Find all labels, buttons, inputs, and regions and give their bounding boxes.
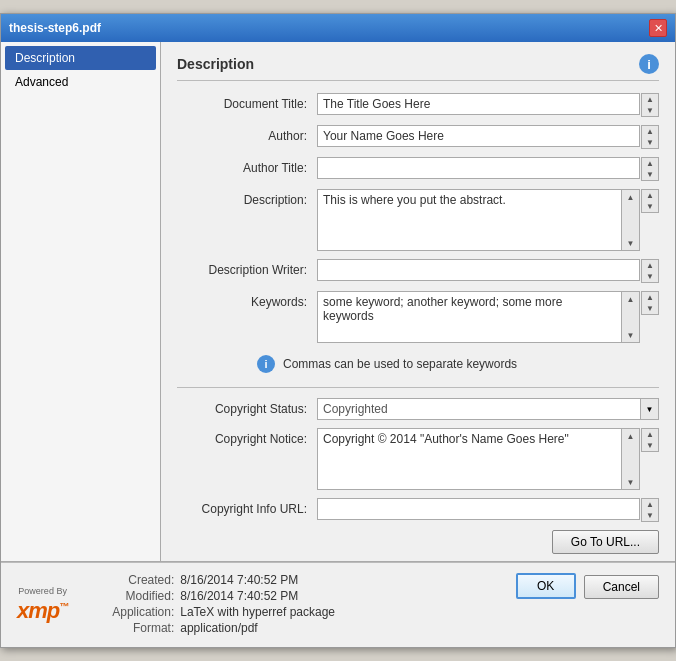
- copyright-notice-outer-down[interactable]: ▼: [642, 440, 658, 451]
- ok-button[interactable]: OK: [516, 573, 576, 599]
- footer-info: Created: 8/16/2014 7:40:52 PM Modified: …: [84, 573, 335, 637]
- copyright-url-scroll-up[interactable]: ▲: [642, 499, 658, 510]
- keywords-info-text: Commas can be used to separate keywords: [283, 357, 517, 371]
- keywords-textarea[interactable]: some keyword; another keyword; some more…: [318, 292, 621, 342]
- copyright-notice-scrollbar: ▲ ▼: [621, 429, 639, 489]
- copyright-notice-row: Copyright Notice: Copyright © 2014 "Auth…: [177, 428, 659, 490]
- copyright-notice-wrap: Copyright © 2014 "Author's Name Goes Her…: [317, 428, 640, 490]
- sidebar-item-advanced[interactable]: Advanced: [5, 70, 156, 94]
- copyright-url-control: ▲ ▼: [317, 498, 659, 522]
- copyright-notice-outer-up[interactable]: ▲: [642, 429, 658, 440]
- author-title-scroll-down[interactable]: ▼: [642, 169, 658, 180]
- author-scroll: ▲ ▼: [641, 125, 659, 149]
- document-title-row: Document Title: ▲ ▼: [177, 93, 659, 117]
- description-writer-control: ▲ ▼: [317, 259, 659, 283]
- modified-row: Modified: 8/16/2014 7:40:52 PM: [84, 589, 335, 603]
- panel-title: Description: [177, 56, 254, 72]
- copyright-select-wrap: Copyrighted Public Domain Unknown ▼: [317, 398, 659, 420]
- copyright-select-arrow[interactable]: ▼: [641, 398, 659, 420]
- keywords-outer-scroll-up[interactable]: ▲: [642, 292, 658, 303]
- keywords-control: some keyword; another keyword; some more…: [317, 291, 659, 343]
- desc-writer-scroll-up[interactable]: ▲: [642, 260, 658, 271]
- keywords-scrollbar: ▲ ▼: [621, 292, 639, 342]
- sidebar-item-description[interactable]: Description: [5, 46, 156, 70]
- keywords-textarea-wrap: some keyword; another keyword; some more…: [317, 291, 640, 343]
- description-scrollbar: ▲ ▼: [621, 190, 639, 250]
- copyright-status-row: Copyright Status: Copyrighted Public Dom…: [177, 398, 659, 420]
- powered-by-text: Powered By: [18, 586, 67, 596]
- author-title-row: Author Title: ▲ ▼: [177, 157, 659, 181]
- modified-label: Modified:: [84, 589, 174, 603]
- desc-writer-scroll-down[interactable]: ▼: [642, 271, 658, 282]
- author-control: ▲ ▼: [317, 125, 659, 149]
- keywords-scroll-down[interactable]: ▼: [622, 328, 639, 342]
- sidebar: Description Advanced: [1, 42, 161, 561]
- copyright-status-select[interactable]: Copyrighted Public Domain Unknown: [317, 398, 641, 420]
- format-row: Format: application/pdf: [84, 621, 335, 635]
- info-icon[interactable]: i: [639, 54, 659, 74]
- author-row: Author: ▲ ▼: [177, 125, 659, 149]
- titlebar: thesis-step6.pdf ✕: [1, 14, 675, 42]
- application-label: Application:: [84, 605, 174, 619]
- footer-area: Powered By xmp™ Created: 8/16/2014 7:40:…: [1, 562, 675, 647]
- keywords-outer-scroll-down[interactable]: ▼: [642, 303, 658, 314]
- description-label: Description:: [177, 189, 317, 207]
- copyright-notice-outer-scroll: ▲ ▼: [641, 428, 659, 452]
- document-title-input[interactable]: [317, 93, 640, 115]
- scroll-down-btn[interactable]: ▼: [642, 105, 658, 116]
- copyright-url-scroll-down[interactable]: ▼: [642, 510, 658, 521]
- keywords-row: Keywords: some keyword; another keyword;…: [177, 291, 659, 343]
- main-panel: Description i Document Title: ▲ ▼ Author…: [161, 42, 675, 561]
- content-area: Description Advanced Description i Docum…: [1, 42, 675, 562]
- copyright-status-label: Copyright Status:: [177, 398, 317, 416]
- author-title-input[interactable]: [317, 157, 640, 179]
- author-scroll-down[interactable]: ▼: [642, 137, 658, 148]
- cancel-button[interactable]: Cancel: [584, 575, 659, 599]
- footer-left: Powered By xmp™ Created: 8/16/2014 7:40:…: [17, 573, 335, 637]
- description-writer-row: Description Writer: ▲ ▼: [177, 259, 659, 283]
- separator: [177, 387, 659, 388]
- close-button[interactable]: ✕: [649, 19, 667, 37]
- scroll-up-btn[interactable]: ▲: [642, 94, 658, 105]
- description-writer-input[interactable]: [317, 259, 640, 281]
- copyright-url-row: Copyright Info URL: ▲ ▼: [177, 498, 659, 522]
- keywords-info-icon: i: [257, 355, 275, 373]
- copyright-url-label: Copyright Info URL:: [177, 498, 317, 516]
- modified-value: 8/16/2014 7:40:52 PM: [180, 589, 298, 603]
- copyright-url-scroll: ▲ ▼: [641, 498, 659, 522]
- keywords-outer-scroll: ▲ ▼: [641, 291, 659, 315]
- author-title-scroll-up[interactable]: ▲: [642, 158, 658, 169]
- copyright-notice-textarea[interactable]: Copyright © 2014 "Author's Name Goes Her…: [318, 429, 621, 489]
- keywords-scroll-up[interactable]: ▲: [622, 292, 639, 306]
- copyright-status-control: Copyrighted Public Domain Unknown ▼: [317, 398, 659, 420]
- xmp-logo: Powered By xmp™: [17, 586, 68, 624]
- author-scroll-up[interactable]: ▲: [642, 126, 658, 137]
- copyright-notice-label: Copyright Notice:: [177, 428, 317, 446]
- author-title-label: Author Title:: [177, 157, 317, 175]
- description-row: Description: This is where you put the a…: [177, 189, 659, 251]
- description-writer-label: Description Writer:: [177, 259, 317, 277]
- description-textarea-wrap: This is where you put the abstract. ▲ ▼: [317, 189, 640, 251]
- keywords-info-row: i Commas can be used to separate keyword…: [257, 351, 659, 377]
- description-textarea[interactable]: This is where you put the abstract.: [318, 190, 621, 250]
- keywords-label: Keywords:: [177, 291, 317, 309]
- copyright-notice-scroll-down[interactable]: ▼: [622, 475, 639, 489]
- document-title-control: ▲ ▼: [317, 93, 659, 117]
- application-value: LaTeX with hyperref package: [180, 605, 335, 619]
- copyright-notice-scroll-up[interactable]: ▲: [622, 429, 639, 443]
- desc-scroll-up[interactable]: ▲: [622, 190, 639, 204]
- copyright-notice-control: Copyright © 2014 "Author's Name Goes Her…: [317, 428, 659, 490]
- copyright-url-input[interactable]: [317, 498, 640, 520]
- document-title-scroll: ▲ ▼: [641, 93, 659, 117]
- description-outer-scroll-down[interactable]: ▼: [642, 201, 658, 212]
- author-input[interactable]: [317, 125, 640, 147]
- author-label: Author:: [177, 125, 317, 143]
- xmp-brand: xmp™: [17, 598, 68, 624]
- document-title-label: Document Title:: [177, 93, 317, 111]
- description-outer-scroll: ▲ ▼: [641, 189, 659, 213]
- description-outer-scroll-up[interactable]: ▲: [642, 190, 658, 201]
- goto-url-button[interactable]: Go To URL...: [552, 530, 659, 554]
- description-control: This is where you put the abstract. ▲ ▼ …: [317, 189, 659, 251]
- footer-buttons: OK Cancel: [516, 573, 659, 603]
- desc-scroll-down[interactable]: ▼: [622, 236, 639, 250]
